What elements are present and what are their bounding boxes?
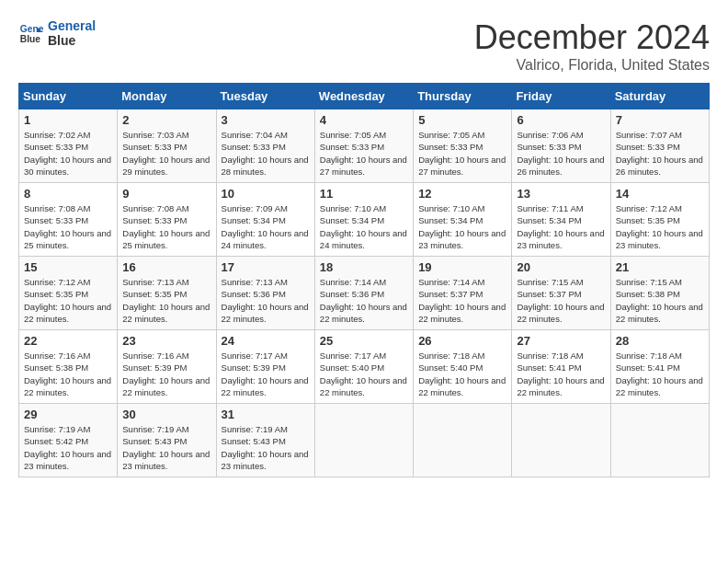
calendar-cell: 26Sunrise: 7:18 AM Sunset: 5:40 PM Dayli… [414, 330, 512, 404]
calendar-week-row: 29Sunrise: 7:19 AM Sunset: 5:42 PM Dayli… [19, 404, 710, 477]
day-number: 31 [222, 408, 310, 421]
day-number: 6 [517, 113, 605, 127]
calendar-cell: 11Sunrise: 7:10 AM Sunset: 5:34 PM Dayli… [314, 183, 413, 257]
calendar-week-row: 8Sunrise: 7:08 AM Sunset: 5:33 PM Daylig… [19, 183, 710, 257]
calendar-cell: 6Sunrise: 7:06 AM Sunset: 5:33 PM Daylig… [512, 109, 610, 183]
calendar-cell: 4Sunrise: 7:05 AM Sunset: 5:33 PM Daylig… [314, 109, 413, 183]
day-info: Sunrise: 7:03 AM Sunset: 5:33 PM Dayligh… [122, 129, 210, 178]
logo: General Blue General Blue [18, 18, 96, 48]
calendar-cell [512, 404, 610, 477]
calendar-cell: 3Sunrise: 7:04 AM Sunset: 5:33 PM Daylig… [216, 109, 314, 183]
calendar-cell: 16Sunrise: 7:13 AM Sunset: 5:35 PM Dayli… [118, 257, 216, 330]
day-info: Sunrise: 7:05 AM Sunset: 5:33 PM Dayligh… [418, 129, 506, 178]
calendar-cell: 1Sunrise: 7:02 AM Sunset: 5:33 PM Daylig… [19, 109, 118, 183]
day-info: Sunrise: 7:15 AM Sunset: 5:37 PM Dayligh… [517, 276, 605, 325]
calendar-header-cell: Monday [118, 84, 216, 109]
calendar-cell [610, 404, 709, 477]
calendar-cell: 19Sunrise: 7:14 AM Sunset: 5:37 PM Dayli… [414, 257, 512, 330]
day-info: Sunrise: 7:14 AM Sunset: 5:37 PM Dayligh… [418, 276, 506, 325]
day-number: 8 [24, 187, 112, 201]
day-number: 12 [418, 187, 506, 201]
calendar-cell: 22Sunrise: 7:16 AM Sunset: 5:38 PM Dayli… [19, 330, 118, 404]
calendar-header-cell: Saturday [610, 84, 709, 109]
calendar-body: 1Sunrise: 7:02 AM Sunset: 5:33 PM Daylig… [19, 109, 710, 477]
day-number: 25 [320, 334, 408, 348]
day-number: 17 [222, 260, 310, 274]
day-info: Sunrise: 7:10 AM Sunset: 5:34 PM Dayligh… [418, 202, 506, 251]
calendar-cell: 25Sunrise: 7:17 AM Sunset: 5:40 PM Dayli… [314, 330, 413, 404]
day-info: Sunrise: 7:19 AM Sunset: 5:42 PM Dayligh… [24, 423, 112, 472]
logo-blue: Blue [48, 33, 96, 48]
day-info: Sunrise: 7:19 AM Sunset: 5:43 PM Dayligh… [222, 423, 310, 472]
day-number: 1 [24, 113, 112, 127]
calendar-week-row: 1Sunrise: 7:02 AM Sunset: 5:33 PM Daylig… [19, 109, 710, 183]
calendar-cell: 7Sunrise: 7:07 AM Sunset: 5:33 PM Daylig… [610, 109, 709, 183]
calendar-cell: 21Sunrise: 7:15 AM Sunset: 5:38 PM Dayli… [610, 257, 709, 330]
day-number: 19 [418, 260, 506, 274]
logo-icon: General Blue [18, 20, 44, 46]
calendar-subtitle: Valrico, Florida, United States [474, 57, 710, 74]
calendar-cell: 30Sunrise: 7:19 AM Sunset: 5:43 PM Dayli… [118, 404, 216, 477]
day-number: 26 [418, 334, 506, 348]
day-info: Sunrise: 7:09 AM Sunset: 5:34 PM Dayligh… [222, 202, 310, 251]
day-number: 9 [122, 187, 210, 201]
calendar-cell: 10Sunrise: 7:09 AM Sunset: 5:34 PM Dayli… [216, 183, 314, 257]
calendar-cell: 13Sunrise: 7:11 AM Sunset: 5:34 PM Dayli… [512, 183, 610, 257]
calendar-cell: 14Sunrise: 7:12 AM Sunset: 5:35 PM Dayli… [610, 183, 709, 257]
title-section: December 2024 Valrico, Florida, United S… [474, 18, 710, 74]
calendar-cell: 5Sunrise: 7:05 AM Sunset: 5:33 PM Daylig… [414, 109, 512, 183]
calendar-cell: 8Sunrise: 7:08 AM Sunset: 5:33 PM Daylig… [19, 183, 118, 257]
day-info: Sunrise: 7:18 AM Sunset: 5:41 PM Dayligh… [616, 350, 704, 398]
calendar-cell: 9Sunrise: 7:08 AM Sunset: 5:33 PM Daylig… [118, 183, 216, 257]
day-info: Sunrise: 7:18 AM Sunset: 5:41 PM Dayligh… [517, 350, 605, 398]
day-number: 16 [122, 260, 210, 274]
day-info: Sunrise: 7:16 AM Sunset: 5:39 PM Dayligh… [122, 350, 210, 398]
day-number: 23 [122, 334, 210, 348]
day-number: 11 [320, 187, 408, 201]
day-number: 18 [320, 260, 408, 274]
day-info: Sunrise: 7:16 AM Sunset: 5:38 PM Dayligh… [24, 350, 112, 398]
calendar-cell: 18Sunrise: 7:14 AM Sunset: 5:36 PM Dayli… [314, 257, 413, 330]
calendar-table: SundayMondayTuesdayWednesdayThursdayFrid… [18, 83, 710, 477]
day-info: Sunrise: 7:15 AM Sunset: 5:38 PM Dayligh… [616, 276, 704, 325]
day-info: Sunrise: 7:17 AM Sunset: 5:39 PM Dayligh… [222, 350, 310, 398]
day-number: 30 [122, 408, 210, 421]
day-info: Sunrise: 7:04 AM Sunset: 5:33 PM Dayligh… [222, 129, 310, 178]
day-info: Sunrise: 7:17 AM Sunset: 5:40 PM Dayligh… [320, 350, 408, 398]
day-number: 3 [222, 113, 310, 127]
calendar-cell: 2Sunrise: 7:03 AM Sunset: 5:33 PM Daylig… [118, 109, 216, 183]
day-number: 24 [222, 334, 310, 348]
day-info: Sunrise: 7:14 AM Sunset: 5:36 PM Dayligh… [320, 276, 408, 325]
day-info: Sunrise: 7:10 AM Sunset: 5:34 PM Dayligh… [320, 202, 408, 251]
logo-general: General [48, 18, 96, 33]
day-number: 27 [517, 334, 605, 348]
day-number: 22 [24, 334, 112, 348]
calendar-header-cell: Tuesday [216, 84, 314, 109]
day-number: 5 [418, 113, 506, 127]
day-number: 14 [616, 187, 704, 201]
calendar-header-row: SundayMondayTuesdayWednesdayThursdayFrid… [19, 84, 710, 109]
day-info: Sunrise: 7:12 AM Sunset: 5:35 PM Dayligh… [24, 276, 112, 325]
day-info: Sunrise: 7:08 AM Sunset: 5:33 PM Dayligh… [24, 202, 112, 251]
calendar-week-row: 22Sunrise: 7:16 AM Sunset: 5:38 PM Dayli… [19, 330, 710, 404]
calendar-header-cell: Wednesday [314, 84, 413, 109]
day-number: 21 [616, 260, 704, 274]
day-number: 7 [616, 113, 704, 127]
calendar-header-cell: Thursday [414, 84, 512, 109]
calendar-cell [414, 404, 512, 477]
calendar-title: December 2024 [474, 18, 710, 57]
calendar-header-cell: Friday [512, 84, 610, 109]
calendar-week-row: 15Sunrise: 7:12 AM Sunset: 5:35 PM Dayli… [19, 257, 710, 330]
calendar-cell: 23Sunrise: 7:16 AM Sunset: 5:39 PM Dayli… [118, 330, 216, 404]
calendar-cell [314, 404, 413, 477]
day-info: Sunrise: 7:07 AM Sunset: 5:33 PM Dayligh… [616, 129, 704, 178]
page-header: General Blue General Blue December 2024 … [18, 18, 710, 74]
day-number: 20 [517, 260, 605, 274]
svg-text:General: General [20, 24, 44, 34]
calendar-header-cell: Sunday [19, 84, 118, 109]
day-info: Sunrise: 7:18 AM Sunset: 5:40 PM Dayligh… [418, 350, 506, 398]
day-info: Sunrise: 7:06 AM Sunset: 5:33 PM Dayligh… [517, 129, 605, 178]
day-number: 10 [222, 187, 310, 201]
day-info: Sunrise: 7:08 AM Sunset: 5:33 PM Dayligh… [122, 202, 210, 251]
calendar-cell: 31Sunrise: 7:19 AM Sunset: 5:43 PM Dayli… [216, 404, 314, 477]
